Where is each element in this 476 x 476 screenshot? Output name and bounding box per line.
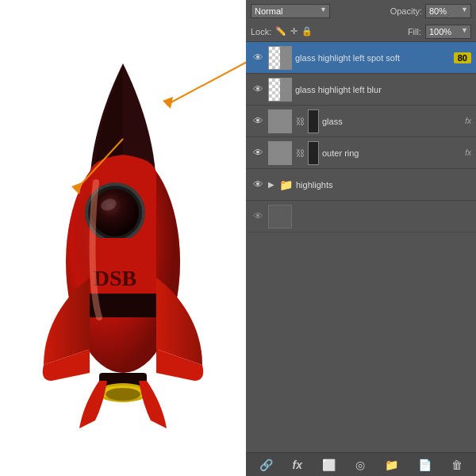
visibility-icon[interactable]: 👁 [251,114,265,129]
adjustment-button[interactable]: ◎ [352,457,368,473]
layer-mask-thumbnail [308,109,319,133]
add-mask-button[interactable]: ⬜ [319,457,339,473]
layer-name: outer ring [322,148,460,158]
link-layers-button[interactable]: 🔗 [256,457,276,473]
lock-move-icon[interactable]: ✛ [290,26,298,36]
lock-all-icon[interactable]: 🔒 [301,26,313,36]
blend-mode-select[interactable]: Normal Dissolve Multiply Screen [251,4,330,18]
layer-thumbnail [268,46,292,70]
layer-thumbnail [268,109,292,133]
layer-name: glass highlight left blur [295,85,471,94]
layer-row[interactable]: 👁 ⛓ outer ring fx [246,137,476,169]
expand-icon[interactable]: ▶ [268,180,274,189]
canvas-area: DSB [0,0,246,476]
layer-thumbnail [268,205,292,228]
layer-thumbnail [268,78,292,102]
layer-row[interactable]: 👁 glass highlight left spot soft 80 [246,42,476,74]
layer-name: highlights [296,180,471,190]
opacity-select[interactable]: 80% 100% 50% [425,4,471,18]
link-chain-icon: ⛓ [295,117,305,126]
bottom-toolbar: 🔗 fx ⬜ ◎ 📁 📄 🗑 [246,452,476,476]
lock-row: Lock: ✏️ ✛ 🔒 Fill: 100% 80% 50% ▼ [246,21,476,42]
visibility-icon[interactable]: 👁 [251,209,265,224]
fx-button[interactable]: fx [290,457,305,473]
fx-badge: fx [465,148,471,157]
layer-row-partial[interactable]: 👁 [246,201,476,232]
blend-mode-row: Normal Dissolve Multiply Screen ▼ Opacit… [246,0,476,21]
layer-thumbnail [268,141,292,165]
delete-layer-button[interactable]: 🗑 [448,457,466,473]
layer-name: glass [322,117,460,126]
folder-icon: 📁 [279,178,293,191]
fill-select[interactable]: 100% 80% 50% [425,25,471,39]
fill-label: Fill: [408,27,421,36]
visibility-icon[interactable]: 👁 [251,178,265,192]
new-layer-button[interactable]: 📄 [415,457,435,473]
fx-badge: fx [465,117,471,125]
opacity-label: Opacity: [390,6,422,16]
lock-label: Lock: [251,27,271,36]
link-chain-icon: ⛓ [295,148,305,158]
svg-point-4 [91,189,139,236]
visibility-icon[interactable]: 👁 [251,83,265,97]
layer-mask-thumbnail [308,141,319,165]
visibility-icon[interactable]: 👁 [251,146,265,160]
layer-row[interactable]: 👁 glass highlight left blur [246,74,476,106]
svg-text:DSB: DSB [94,266,136,290]
new-folder-button[interactable]: 📁 [382,457,401,473]
layer-row[interactable]: 👁 ▶ 📁 highlights [246,169,476,201]
rocket-container: DSB [20,16,226,460]
layer-badge: 80 [454,52,471,63]
layers-panel: Normal Dissolve Multiply Screen ▼ Opacit… [246,0,476,476]
layer-name: glass highlight left spot soft [295,53,447,63]
svg-point-11 [106,388,140,401]
lock-pixel-icon[interactable]: ✏️ [275,26,286,36]
layer-row[interactable]: 👁 ⛓ glass fx [246,106,476,137]
visibility-icon[interactable]: 👁 [251,51,265,65]
